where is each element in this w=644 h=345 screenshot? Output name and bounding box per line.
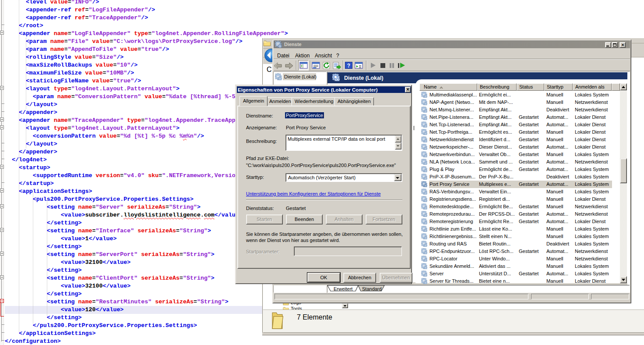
svg-text:?: ? (347, 63, 350, 69)
